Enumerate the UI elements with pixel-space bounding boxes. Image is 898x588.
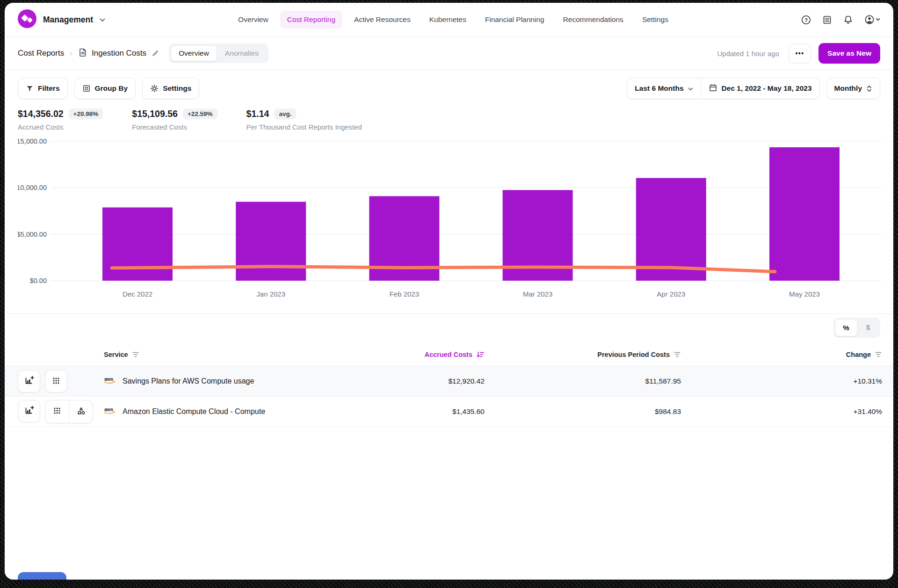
changelog-icon[interactable] [822, 15, 832, 25]
workspace-switcher[interactable]: Management [18, 9, 105, 30]
table-header: ServiceAccrued CostsPrevious Period Cost… [5, 343, 893, 366]
column-header-service[interactable]: Service [104, 351, 372, 358]
filters-button[interactable]: Filters [18, 78, 68, 99]
chevron-down-icon [688, 84, 693, 93]
nav-item-kubernetes[interactable]: Kubernetes [422, 11, 473, 29]
tab-anomalies[interactable]: Anomalies [217, 45, 267, 61]
y-tick-label: $10,000.00 [18, 184, 47, 191]
y-tick-label: $0.00 [30, 277, 47, 284]
change-value: +10.31% [681, 377, 882, 385]
nav-utilities: ? [801, 15, 880, 25]
calendar-icon [709, 83, 717, 94]
granularity-label: Monthly [834, 84, 862, 93]
svg-text:aws: aws [104, 376, 113, 382]
accrued-value: $12,920.42 [372, 377, 485, 385]
grid-button[interactable] [45, 400, 69, 423]
stat-forecasted-costs: $15,109.56+22.59%Forecasted Costs [132, 109, 217, 131]
unit-dollar-button[interactable]: $ [857, 319, 879, 335]
cost-chart: $0.00$5,000.00$10,000.00$15,000.00Dec 20… [18, 138, 880, 302]
date-range-picker[interactable]: Dec 1, 2022 - May 18, 2023 [701, 78, 819, 99]
nav-item-settings[interactable]: Settings [635, 11, 675, 29]
period-label: Last 6 Months [635, 84, 683, 93]
column-header-previous-period-costs[interactable]: Previous Period Costs [485, 351, 681, 358]
grid-button[interactable] [45, 370, 67, 392]
service-name: Savings Plans for AWS Compute usage [123, 377, 254, 385]
breadcrumb-separator-icon: › [70, 49, 72, 58]
chat-launcher[interactable] [18, 572, 66, 580]
brand-logo-icon [18, 9, 36, 30]
stat-value: $15,109.56 [132, 109, 178, 119]
group-by-icon [82, 84, 91, 93]
date-range-group: Last 6 Months Dec 1, 2022 - May 18, 2023 [627, 78, 819, 99]
column-header-accrued-costs[interactable]: Accrued Costs [372, 351, 485, 358]
previous-value: $11,587.95 [485, 377, 681, 385]
add-report-icon [24, 376, 34, 387]
up-down-icon [866, 85, 872, 92]
svg-text:aws: aws [104, 407, 113, 412]
bar-may-2023 [769, 147, 840, 281]
table-row-savings-plans-for-aws-compute-usage[interactable]: awsSavings Plans for AWS Compute usage$1… [5, 366, 893, 397]
view-tabs: OverviewAnomalies [169, 44, 268, 63]
stat-label: Accrued Costs [18, 123, 103, 131]
aws-logo-icon: aws [104, 376, 116, 386]
table-body: awsSavings Plans for AWS Compute usage$1… [5, 366, 893, 427]
x-tick-label: May 2023 [789, 290, 820, 298]
add-report-button[interactable] [18, 400, 40, 422]
unit-toggle: %$ [833, 318, 880, 338]
report-toolbar: FiltersGroup BySettings Last 6 Months [5, 70, 893, 99]
granularity-select[interactable]: Monthly [826, 78, 880, 99]
help-icon[interactable]: ? [801, 15, 811, 25]
account-icon[interactable] [864, 15, 880, 25]
workspace-name: Management [43, 15, 93, 25]
add-report-icon [24, 406, 34, 417]
resources-button[interactable] [69, 400, 93, 423]
notifications-icon[interactable] [843, 15, 853, 25]
pencil-icon[interactable] [151, 49, 159, 58]
primary-nav: OverviewCost ReportingActive ResourcesKu… [105, 11, 801, 29]
x-tick-label: Dec 2022 [123, 290, 152, 298]
services-table: ServiceAccrued CostsPrevious Period Cost… [5, 343, 893, 427]
resources-icon [77, 407, 86, 417]
table-row-amazon-elastic-compute-cloud-compute[interactable]: awsAmazon Elastic Compute Cloud - Comput… [5, 397, 893, 427]
nav-item-active-resources[interactable]: Active Resources [347, 11, 418, 29]
more-actions-button[interactable]: ••• [789, 44, 811, 63]
unit-percent-button[interactable]: % [835, 319, 857, 336]
page-header-actions: Updated 1 hour ago ••• Save as New [717, 43, 880, 64]
nav-item-recommendations[interactable]: Recommendations [556, 11, 630, 29]
stat-label: Forecasted Costs [132, 123, 217, 131]
y-tick-label: $5,000.00 [18, 231, 47, 238]
svg-text:?: ? [804, 17, 808, 22]
row-actions [18, 370, 67, 392]
group-by-button[interactable]: Group By [74, 78, 136, 99]
add-report-button[interactable] [18, 370, 40, 392]
stat-badge: +20.98% [69, 109, 103, 119]
toolbar-right: Last 6 Months Dec 1, 2022 - May 18, 2023 [627, 78, 880, 99]
aws-logo-icon: aws [104, 407, 116, 417]
stat-value: $1.14 [246, 109, 269, 119]
gear-icon [150, 84, 159, 93]
stat-per-thousand-cost-reports-ingested: $1.14avg.Per Thousand Cost Reports Inges… [246, 109, 362, 131]
y-tick-label: $15,000.00 [18, 138, 47, 145]
grid-icon [52, 377, 60, 386]
row-actions [18, 400, 93, 423]
settings-button[interactable]: Settings [142, 78, 199, 99]
nav-item-financial-planning[interactable]: Financial Planning [478, 11, 551, 29]
stat-badge: avg. [274, 109, 296, 119]
change-value: +31.40% [681, 407, 882, 416]
previous-value: $984.83 [485, 407, 681, 416]
nav-item-overview[interactable]: Overview [231, 11, 275, 29]
tab-overview[interactable]: Overview [171, 45, 217, 61]
column-header-change[interactable]: Change [681, 351, 882, 358]
x-tick-label: Mar 2023 [523, 290, 552, 298]
report-title: Ingestion Costs [92, 49, 146, 58]
top-nav: Management OverviewCost ReportingActive … [5, 3, 893, 37]
nav-item-cost-reporting[interactable]: Cost Reporting [280, 11, 342, 29]
period-select[interactable]: Last 6 Months [627, 78, 700, 99]
stat-accrued-costs: $14,356.02+20.98%Accrued Costs [18, 109, 103, 131]
x-tick-label: Apr 2023 [657, 290, 685, 298]
x-tick-label: Feb 2023 [390, 290, 419, 298]
breadcrumb-root[interactable]: Cost Reports [18, 49, 64, 58]
report-doc-icon [78, 48, 87, 59]
save-as-new-button[interactable]: Save as New [818, 43, 880, 64]
service-name: Amazon Elastic Compute Cloud - Compute [123, 407, 265, 416]
